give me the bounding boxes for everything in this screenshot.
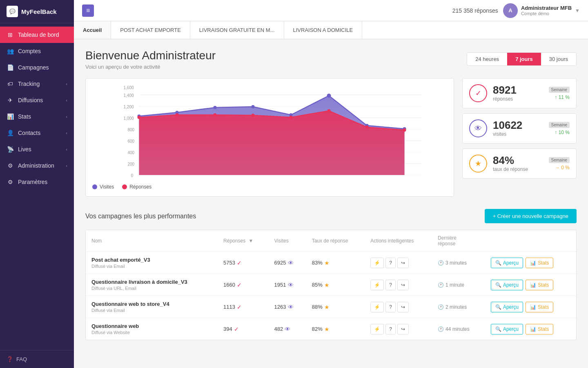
sidebar-logo[interactable]: 💬 MyFeelBack bbox=[0, 0, 74, 23]
stat-card-taux: ★ 84% taux de réponse Semaine → 0 % bbox=[462, 148, 577, 179]
action-share-button[interactable]: ↪ bbox=[397, 302, 409, 312]
faq-icon: ❓ bbox=[7, 356, 13, 362]
legend-reponses: Réponses bbox=[122, 184, 151, 190]
action-question-button[interactable]: ? bbox=[385, 324, 396, 334]
sidebar: 💬 MyFeelBack ⊞ Tableau de bord 👥 Comptes… bbox=[0, 0, 74, 368]
visites-cell: 482 👁 bbox=[269, 318, 306, 340]
stats-button[interactable]: 📊 Stats bbox=[526, 302, 553, 312]
clock-icon: 🕐 bbox=[438, 260, 444, 266]
nav-item-left: 🏷 Tracking bbox=[7, 81, 40, 87]
tabs-bar: AccueilPOST ACHAT EMPORTELIVRAISON GRATU… bbox=[74, 21, 588, 39]
svg-text:16/10/2017: 16/10/2017 bbox=[356, 179, 377, 179]
row-buttons-cell: 🔍 Aperçu 📊 Stats bbox=[485, 296, 576, 318]
action-share-button[interactable]: ↪ bbox=[397, 280, 409, 290]
sidebar-item-campagnes[interactable]: 📄 Campagnes bbox=[0, 59, 74, 76]
apercu-button[interactable]: 🔍 Aperçu bbox=[491, 258, 523, 268]
campaign-name-cell: Questionnaire web to store_V4 Diffusé vi… bbox=[86, 296, 218, 318]
apercu-button[interactable]: 🔍 Aperçu bbox=[491, 324, 523, 334]
nav-icon-tableau-de-bord: ⊞ bbox=[7, 31, 14, 38]
visites-value: 1951 👁 bbox=[274, 282, 301, 288]
chart-stats-area: 0 200 400 600 800 1,000 1,200 1,400 1,60… bbox=[85, 78, 577, 197]
sidebar-item-administration[interactable]: ⚙ Administration ‹ bbox=[0, 157, 74, 174]
nav-item-left: ⚙ Administration bbox=[7, 162, 54, 169]
reponses-value: 1660 ✓ bbox=[223, 282, 263, 288]
nav-icon-stats: 📊 bbox=[7, 113, 14, 120]
stats-button[interactable]: 📊 Stats bbox=[526, 280, 553, 290]
last-response-value: 🕐 3 minutes bbox=[438, 260, 479, 266]
tab-post-achat[interactable]: POST ACHAT EMPORTE bbox=[111, 21, 190, 39]
star-circle-icon: ★ bbox=[324, 260, 330, 266]
actions-cell: ⚡ ? ↪ bbox=[365, 252, 432, 274]
apercu-button[interactable]: 🔍 Aperçu bbox=[491, 280, 523, 290]
welcome-section: Bienvenue Administrateur Voici un aperçu… bbox=[85, 49, 577, 70]
reponses-cell: 394 ✓ bbox=[218, 318, 268, 340]
col-reponses[interactable]: Réponses ▼ bbox=[218, 230, 268, 252]
svg-text:1,600: 1,600 bbox=[124, 85, 134, 90]
nav-icon-parametres: ⚙ bbox=[7, 179, 14, 185]
chart-svg: 0 200 400 600 800 1,000 1,200 1,400 1,60… bbox=[92, 85, 447, 179]
stat-main-visites: 10622 visites bbox=[493, 120, 543, 137]
action-lightning-button[interactable]: ⚡ bbox=[370, 280, 384, 290]
search-icon: 🔍 bbox=[495, 304, 501, 310]
time-filter-30j[interactable]: 30 jours bbox=[541, 53, 576, 65]
action-lightning-button[interactable]: ⚡ bbox=[370, 324, 384, 334]
action-share-button[interactable]: ↪ bbox=[397, 258, 409, 268]
reponses-dot bbox=[138, 116, 141, 119]
tab-livraison-domicile[interactable]: LIVRAISON A DOMICILE bbox=[284, 21, 363, 39]
svg-text:13/10/2017: 13/10/2017 bbox=[243, 179, 263, 179]
svg-text:1,400: 1,400 bbox=[124, 93, 134, 98]
nav-label-comptes: Comptes bbox=[18, 48, 41, 54]
action-share-button[interactable]: ↪ bbox=[397, 324, 409, 334]
reponses-dot bbox=[176, 113, 179, 117]
sidebar-item-tracking[interactable]: 🏷 Tracking ‹ bbox=[0, 76, 74, 92]
user-name: Administrateur MFB bbox=[521, 5, 572, 11]
nav-label-parametres: Paramètres bbox=[18, 179, 47, 185]
action-question-button[interactable]: ? bbox=[385, 280, 396, 290]
action-question-button[interactable]: ? bbox=[385, 258, 396, 268]
nav-icon-tracking: 🏷 bbox=[7, 81, 14, 87]
page-title: Bienvenue Administrateur bbox=[85, 49, 216, 62]
sidebar-item-lives[interactable]: 📡 Lives ‹ bbox=[0, 141, 74, 157]
chart-container: 0 200 400 600 800 1,000 1,200 1,400 1,60… bbox=[85, 78, 454, 197]
sidebar-item-tableau-de-bord[interactable]: ⊞ Tableau de bord bbox=[0, 27, 74, 43]
reponses-value: 5753 ✓ bbox=[223, 260, 263, 266]
time-filter-24h[interactable]: 24 heures bbox=[467, 53, 507, 65]
nav-label-campagnes: Campagnes bbox=[18, 64, 49, 71]
visites-cell: 1951 👁 bbox=[269, 274, 306, 296]
create-campaign-button[interactable]: + Créer une nouvelle campagne bbox=[485, 209, 577, 223]
sidebar-item-comptes[interactable]: 👥 Comptes bbox=[0, 43, 74, 59]
tab-accueil[interactable]: Accueil bbox=[74, 21, 111, 39]
nav-icon-lives: 📡 bbox=[7, 146, 14, 153]
time-filter-7j[interactable]: 7 jours bbox=[507, 53, 541, 65]
apercu-button[interactable]: 🔍 Aperçu bbox=[491, 302, 523, 312]
nav-icon-campagnes: 📄 bbox=[7, 64, 14, 71]
campaign-name: Post achat emporté_V3 bbox=[91, 257, 212, 263]
sidebar-item-stats[interactable]: 📊 Stats ‹ bbox=[0, 108, 74, 125]
campaign-name: Questionnaire web to store_V4 bbox=[91, 301, 212, 307]
nav-item-left: ⊞ Tableau de bord bbox=[7, 31, 59, 38]
action-lightning-button[interactable]: ⚡ bbox=[370, 302, 384, 312]
page-subtitle: Voici un aperçu de votre activité bbox=[85, 64, 216, 70]
row-actions: 🔍 Aperçu 📊 Stats bbox=[491, 258, 570, 268]
svg-text:14/10/2017: 14/10/2017 bbox=[281, 179, 301, 179]
star-circle-icon: ★ bbox=[324, 326, 330, 332]
stats-button[interactable]: 📊 Stats bbox=[526, 324, 553, 334]
chart-legend: Visites Réponses bbox=[92, 184, 447, 190]
user-info[interactable]: A Administrateur MFB Compte démo ▼ bbox=[503, 3, 580, 18]
nav-label-lives: Lives bbox=[18, 146, 31, 153]
stats-button[interactable]: 📊 Stats bbox=[526, 258, 553, 268]
sidebar-item-contacts[interactable]: 👤 Contacts ‹ bbox=[0, 125, 74, 141]
faq-item[interactable]: ❓ FAQ bbox=[0, 350, 74, 368]
action-question-button[interactable]: ? bbox=[385, 302, 396, 312]
action-lightning-button[interactable]: ⚡ bbox=[370, 258, 384, 268]
check-circle-icon: ✓ bbox=[237, 260, 242, 266]
sidebar-item-diffusions[interactable]: ✈ Diffusions ‹ bbox=[0, 92, 74, 108]
campaign-name-cell: Post achat emporté_V3 Diffusé via Email bbox=[86, 252, 218, 274]
menu-button[interactable]: ≡ bbox=[82, 4, 94, 17]
table-row: Questionnaire web Diffusé via Website 39… bbox=[86, 318, 576, 340]
tab-livraison-gratuite[interactable]: LIVRAISON GRATUITE EN M... bbox=[190, 21, 284, 39]
campaign-sub: Diffusé via Website bbox=[91, 330, 212, 335]
svg-text:17/10/2017: 17/10/2017 bbox=[394, 179, 414, 179]
sidebar-item-parametres[interactable]: ⚙ Paramètres bbox=[0, 174, 74, 190]
eye-circle-icon: 👁 bbox=[288, 282, 294, 288]
